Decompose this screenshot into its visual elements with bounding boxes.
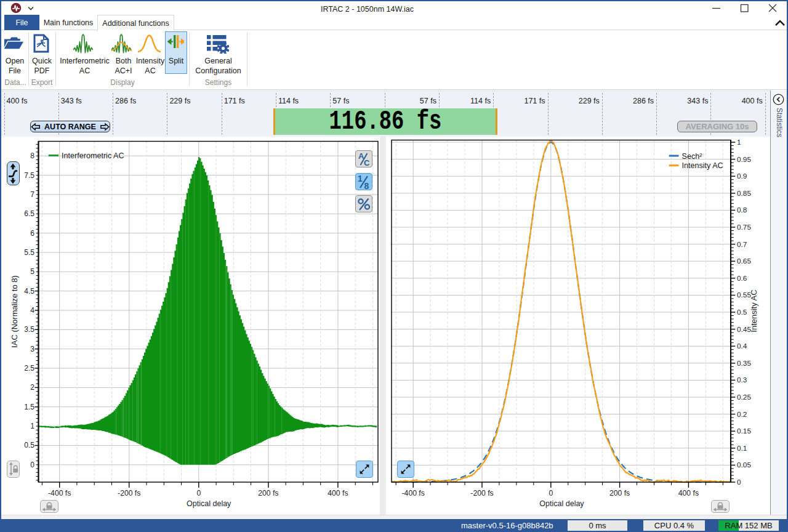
svg-text:0: 0: [196, 489, 201, 498]
svg-text:8: 8: [364, 180, 369, 190]
svg-text:6.5: 6.5: [24, 209, 34, 218]
svg-text:5: 5: [30, 267, 34, 276]
svg-text:6: 6: [30, 229, 34, 238]
svg-text:2.5: 2.5: [24, 364, 34, 373]
svg-text:200 fs: 200 fs: [258, 489, 278, 498]
svg-text:C: C: [364, 158, 370, 167]
svg-text:-200 fs: -200 fs: [470, 489, 493, 498]
svg-text:0.3: 0.3: [737, 376, 747, 384]
svg-text:Optical delay: Optical delay: [539, 499, 584, 508]
svg-text:400 fs: 400 fs: [678, 489, 699, 498]
svg-text:0.6: 0.6: [737, 274, 747, 283]
svg-text:3.5: 3.5: [24, 325, 34, 334]
svg-text:7: 7: [30, 190, 34, 199]
svg-text:IAC (Normalize to 8): IAC (Normalize to 8): [10, 275, 19, 348]
svg-text:200 fs: 200 fs: [609, 489, 630, 498]
svg-text:0.75: 0.75: [737, 223, 751, 232]
svg-text:1: 1: [737, 138, 741, 147]
svg-text:Intensity AC: Intensity AC: [682, 161, 723, 170]
svg-text:0.4: 0.4: [737, 342, 747, 350]
svg-text:Intensity AC: Intensity AC: [749, 289, 758, 332]
svg-text:0: 0: [737, 478, 741, 486]
svg-text:0.95: 0.95: [737, 155, 751, 164]
svg-text:0.15: 0.15: [737, 427, 751, 435]
svg-text:4: 4: [30, 306, 34, 315]
svg-text:0.85: 0.85: [737, 189, 751, 198]
svg-text:Interferometric AC: Interferometric AC: [62, 151, 124, 160]
svg-text:7.5: 7.5: [24, 171, 34, 180]
svg-text:0.2: 0.2: [737, 410, 747, 419]
svg-text:0.9: 0.9: [737, 172, 747, 180]
svg-text:3: 3: [30, 345, 34, 353]
svg-text:4.5: 4.5: [24, 287, 34, 296]
svg-text:0.05: 0.05: [737, 461, 751, 469]
svg-text:8: 8: [30, 151, 34, 160]
svg-text:400 fs: 400 fs: [328, 489, 348, 498]
svg-text:-400 fs: -400 fs: [402, 489, 425, 498]
svg-text:0.5: 0.5: [737, 308, 747, 316]
svg-text:1: 1: [358, 174, 363, 183]
svg-text:0.35: 0.35: [737, 359, 751, 368]
svg-text:1: 1: [30, 422, 34, 430]
svg-text:-200 fs: -200 fs: [118, 489, 140, 498]
svg-text:0.5: 0.5: [24, 441, 34, 449]
svg-text:5.5: 5.5: [24, 248, 34, 257]
svg-text:0: 0: [30, 461, 34, 469]
svg-text:0: 0: [549, 489, 553, 498]
svg-text:Optical delay: Optical delay: [187, 499, 231, 508]
svg-text:1.5: 1.5: [24, 403, 34, 411]
svg-text:0.1: 0.1: [737, 444, 747, 453]
svg-text:-400 fs: -400 fs: [48, 489, 71, 498]
svg-text:0.65: 0.65: [737, 257, 751, 265]
svg-text:0.8: 0.8: [737, 206, 747, 214]
svg-text:2: 2: [30, 383, 34, 392]
svg-text:Sech²: Sech²: [682, 152, 702, 161]
svg-text:0.25: 0.25: [737, 393, 751, 401]
svg-text:0.7: 0.7: [737, 240, 747, 249]
